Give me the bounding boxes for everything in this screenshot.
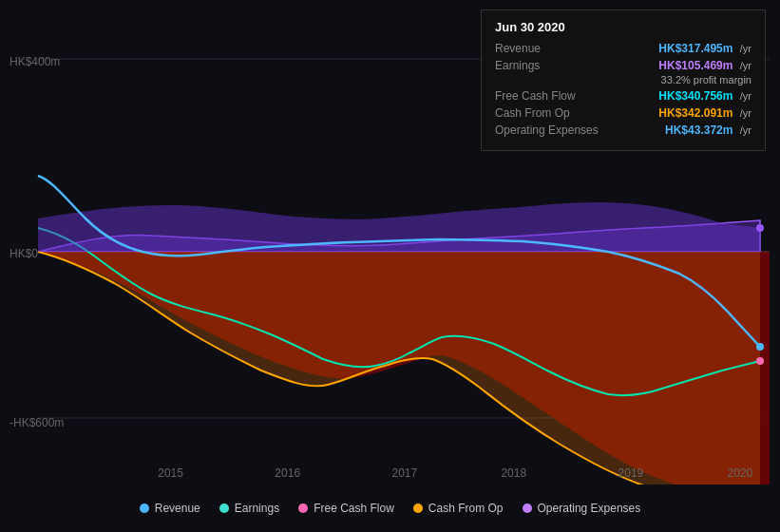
legend-dot-earnings [219,504,229,513]
legend-item-fcf[interactable]: Free Cash Flow [298,502,394,515]
y-label-0: HK$0 [10,247,38,260]
tooltip-row-earnings: Earnings HK$105.469m /yr [495,59,751,72]
tooltip-label-opex: Operating Expenses [495,124,609,137]
tooltip-label-earnings: Earnings [495,59,609,72]
legend-label-earnings: Earnings [235,502,279,515]
tooltip-value-opex: HK$43.372m [665,124,732,137]
svg-point-6 [756,357,764,365]
y-label-neg600m: -HK$600m [10,416,64,429]
legend-label-revenue: Revenue [155,502,200,515]
x-label-2015: 2015 [158,466,183,480]
chart-container: HK$400m HK$0 -HK$600m 2015 2016 2017 201… [0,0,780,532]
legend-item-revenue[interactable]: Revenue [140,502,200,515]
legend-item-earnings[interactable]: Earnings [219,502,279,515]
tooltip-unit-opex: /yr [740,124,751,136]
tooltip-value-revenue: HK$317.495m [658,42,732,55]
tooltip-unit-fcf: /yr [740,90,751,102]
legend-item-cashfromop[interactable]: Cash From Op [413,502,504,515]
tooltip-value-earnings: HK$105.469m [658,59,732,72]
tooltip-row-revenue: Revenue HK$317.495m /yr [495,42,751,55]
tooltip-row-opex: Operating Expenses HK$43.372m /yr [495,124,751,137]
legend-dot-opex [523,504,532,513]
tooltip-unit-earnings: /yr [740,60,751,71]
tooltip-title: Jun 30 2020 [495,20,751,34]
legend-label-fcf: Free Cash Flow [314,502,394,515]
tooltip-row-cashfromop: Cash From Op HK$342.091m /yr [495,106,751,120]
tooltip-label-revenue: Revenue [495,42,609,55]
x-label-2017: 2017 [392,466,418,480]
tooltip-label-fcf: Free Cash Flow [495,89,609,103]
tooltip-panel: Jun 30 2020 Revenue HK$317.495m /yr Earn… [481,10,766,151]
legend-dot-fcf [298,504,308,513]
tooltip-label-cashfromop: Cash From Op [495,106,609,120]
svg-point-4 [756,343,764,351]
legend-dot-revenue [140,504,149,513]
svg-point-5 [756,224,764,232]
x-label-2020: 2020 [728,466,753,480]
tooltip-value-cashfromop: HK$342.091m [658,106,732,120]
legend-item-opex[interactable]: Operating Expenses [523,502,641,515]
tooltip-row-fcf: Free Cash Flow HK$340.756m /yr [495,89,751,103]
chart-legend: Revenue Earnings Free Cash Flow Cash Fro… [0,502,780,515]
tooltip-unit-revenue: /yr [740,43,751,54]
legend-label-opex: Operating Expenses [538,502,641,515]
legend-label-cashfromop: Cash From Op [428,502,504,515]
x-label-2018: 2018 [501,466,526,480]
tooltip-value-fcf: HK$340.756m [658,89,732,103]
y-label-400m: HK$400m [10,55,60,68]
profit-margin: 33.2% profit margin [661,74,751,86]
tooltip-unit-cashfromop: /yr [740,107,751,119]
x-label-2016: 2016 [275,466,300,480]
legend-dot-cashfromop [413,504,423,513]
x-label-2019: 2019 [618,466,644,480]
